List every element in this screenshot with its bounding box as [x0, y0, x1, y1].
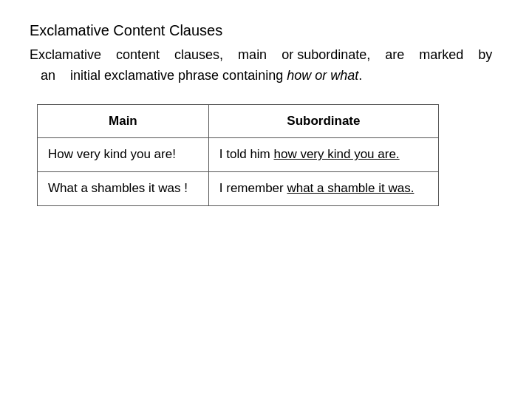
description-text: Exclamative content clauses, main or sub… — [30, 45, 502, 86]
table-row: What a shambles it was ! I remember what… — [38, 172, 439, 206]
sub-underline-1: how very kind you are. — [274, 147, 400, 161]
subordinate-cell-2: I remember what a shamble it was. — [208, 172, 438, 206]
table-header-row: Main Subordinate — [38, 104, 439, 138]
subordinate-cell-1: I told him how very kind you are. — [208, 138, 438, 172]
header-subordinate: Subordinate — [208, 104, 438, 138]
sub-prefix-1: I told him — [219, 147, 274, 161]
sub-prefix-2: I remember — [219, 181, 287, 195]
table-row: How very kind you are! I told him how ve… — [38, 138, 439, 172]
sub-underline-2: what a shamble it was. — [287, 181, 414, 195]
main-cell-2: What a shambles it was ! — [38, 172, 209, 206]
italic-phrase: how or what — [287, 68, 358, 83]
header-main: Main — [38, 104, 209, 138]
page-title: Exclamative Content Clauses — [30, 22, 502, 39]
main-cell-1: How very kind you are! — [38, 138, 209, 172]
examples-table: Main Subordinate How very kind you are! … — [37, 104, 439, 206]
